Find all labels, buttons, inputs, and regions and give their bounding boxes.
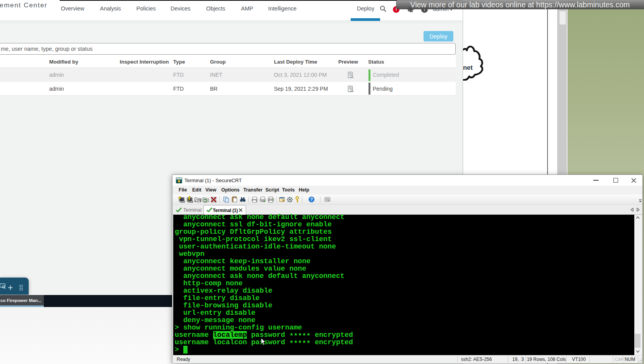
svg-text:?: ?	[310, 197, 313, 202]
